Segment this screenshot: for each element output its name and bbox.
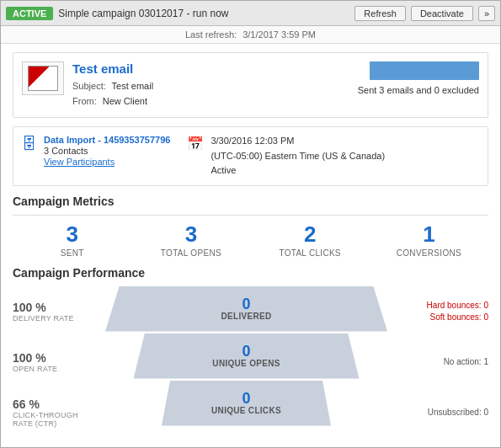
funnel-num-delivered: 0 — [242, 296, 250, 312]
funnel-bar-row-3: 0 UNIQUE CLICKS — [105, 381, 387, 426]
rate-delivery-value: 100 % — [13, 301, 46, 314]
campaign-title: Simple campaign 03012017 - run now — [58, 8, 349, 19]
funnel-label-opens: 0 UNIQUE OPENS — [212, 344, 280, 368]
funnel-num-clicks: 0 — [242, 391, 250, 406]
performance-section: Campaign Performance 100 % DELIVERY RATE… — [13, 266, 488, 438]
email-thumb-img — [28, 66, 58, 91]
email-from: From: New Client — [72, 94, 358, 109]
main-container: ACTIVE Simple campaign 03012017 - run no… — [0, 0, 501, 448]
content-area: Test email Subject: Test email From: New… — [1, 44, 500, 447]
funnel-bar-opens: 0 UNIQUE OPENS — [134, 333, 360, 379]
metric-sent-label: SENT — [13, 248, 131, 258]
metrics-title: Campaign Metrics — [13, 195, 488, 208]
metric-conversions: 1 CONVERSIONS — [370, 222, 488, 258]
funnel-text-clicks: UNIQUE CLICKS — [211, 406, 281, 415]
metric-conversions-value: 1 — [370, 222, 488, 247]
database-icon: 🗄 — [22, 136, 37, 153]
schedule-block: 📅 3/30/2016 12:03 PM (UTC-05:00) Eastern… — [187, 134, 385, 179]
active-badge: ACTIVE — [6, 7, 53, 20]
rate-open-label: OPEN RATE — [13, 365, 57, 373]
email-info-section: Test email Subject: Test email From: New… — [13, 52, 488, 118]
annotation-row-2: No action: 1 — [396, 337, 488, 387]
send-button[interactable] — [370, 61, 479, 80]
funnel-left: 100 % DELIVERY RATE 100 % OPEN RATE 66 %… — [13, 286, 97, 438]
annotation-unsubscribed: Unsubscribed: 0 — [428, 407, 488, 419]
data-import-text: Data Import - 1459353757796 3 Contacts V… — [44, 134, 170, 168]
deactivate-button[interactable]: Deactivate — [411, 6, 473, 21]
email-send-info: Sent 3 emails and 0 excluded — [358, 61, 479, 95]
rate-delivery-label: DELIVERY RATE — [13, 314, 74, 323]
calendar-icon: 📅 — [187, 136, 204, 152]
performance-title: Campaign Performance — [13, 266, 488, 280]
metrics-row: 3 SENT 3 TOTAL OPENS 2 TOTAL CLICKS 1 CO… — [13, 215, 488, 258]
annotation-row-3: Unsubscribed: 0 — [396, 387, 488, 438]
schedule-tz: (UTC-05:00) Eastern Time (US & Canada) — [211, 149, 385, 164]
schedule-text: 3/30/2016 12:03 PM (UTC-05:00) Eastern T… — [211, 134, 385, 179]
email-thumbnail — [22, 61, 64, 95]
refresh-button[interactable]: Refresh — [354, 6, 406, 21]
funnel-bar-row-1: 0 DELIVERED — [105, 286, 387, 332]
funnel-label-clicks: 0 UNIQUE CLICKS — [211, 391, 281, 415]
header-bar: ACTIVE Simple campaign 03012017 - run no… — [1, 1, 500, 26]
refresh-timestamp: 3/1/2017 3:59 PM — [243, 29, 316, 40]
funnel-middle: 0 DELIVERED 0 UNIQUE OPENS — [105, 286, 387, 428]
funnel-text-opens: UNIQUE OPENS — [212, 359, 280, 368]
schedule-status: Active — [211, 163, 385, 179]
metric-opens: 3 TOTAL OPENS — [131, 222, 250, 258]
rate-delivery: 100 % DELIVERY RATE — [13, 286, 97, 337]
contacts-count: 3 Contacts — [44, 146, 170, 156]
refresh-bar: Last refresh: 3/1/2017 3:59 PM — [1, 26, 500, 44]
view-participants-link[interactable]: View Participants — [44, 157, 115, 167]
from-value: New Client — [103, 96, 147, 106]
email-subject: Subject: Test email — [72, 79, 358, 94]
funnel-right: Hard bounces: 0 Soft bounces: 0 No actio… — [396, 286, 488, 438]
metric-opens-value: 3 — [131, 222, 250, 247]
metric-clicks: 2 TOTAL CLICKS — [251, 222, 370, 258]
rate-ctr: 66 % CLICK-THROUGH RATE (CTR) — [13, 387, 97, 438]
funnel-bar-delivered: 0 DELIVERED — [105, 286, 387, 332]
data-import-block: 🗄 Data Import - 1459353757796 3 Contacts… — [22, 134, 170, 179]
metric-opens-label: TOTAL OPENS — [131, 248, 250, 258]
metric-sent: 3 SENT — [13, 222, 131, 258]
metric-clicks-value: 2 — [251, 222, 370, 247]
rate-open-value: 100 % — [13, 351, 46, 365]
rate-ctr-label: CLICK-THROUGH RATE (CTR) — [13, 411, 97, 428]
subject-value: Test email — [112, 81, 154, 91]
schedule-date: 3/30/2016 12:03 PM — [211, 134, 385, 149]
funnel-bar-row-2: 0 UNIQUE OPENS — [105, 333, 387, 379]
metrics-section: Campaign Metrics 3 SENT 3 TOTAL OPENS 2 … — [13, 195, 488, 258]
data-section: 🗄 Data Import - 1459353757796 3 Contacts… — [13, 126, 488, 186]
subject-label: Subject: — [72, 81, 106, 91]
email-details: Test email Subject: Test email From: New… — [72, 61, 358, 109]
funnel-bar-clicks: 0 UNIQUE CLICKS — [162, 381, 331, 426]
funnel-text-delivered: DELIVERED — [221, 312, 272, 321]
rate-ctr-value: 66 % — [13, 397, 40, 411]
sent-info: Sent 3 emails and 0 excluded — [358, 85, 479, 95]
annotation-no-action: No action: 1 — [444, 356, 488, 368]
annotation-bounces: Hard bounces: 0 Soft bounces: 0 — [427, 300, 488, 323]
performance-content: 100 % DELIVERY RATE 100 % OPEN RATE 66 %… — [13, 286, 488, 438]
rate-open: 100 % OPEN RATE — [13, 337, 97, 387]
refresh-label: Last refresh: — [185, 29, 237, 40]
metric-sent-value: 3 — [13, 222, 131, 247]
annotation-hard-bounces: Hard bounces: 0 — [427, 300, 488, 312]
metric-clicks-label: TOTAL CLICKS — [251, 248, 370, 258]
metric-conversions-label: CONVERSIONS — [370, 248, 488, 258]
data-import-link[interactable]: Data Import - 1459353757796 — [44, 135, 170, 145]
from-label: From: — [72, 96, 97, 106]
email-name: Test email — [72, 61, 358, 76]
chevron-button[interactable]: » — [478, 6, 495, 21]
annotation-soft-bounces: Soft bounces: 0 — [427, 312, 488, 323]
funnel-num-opens: 0 — [242, 344, 250, 359]
funnel-label-delivered: 0 DELIVERED — [221, 296, 272, 321]
annotation-row-1: Hard bounces: 0 Soft bounces: 0 — [396, 286, 488, 337]
